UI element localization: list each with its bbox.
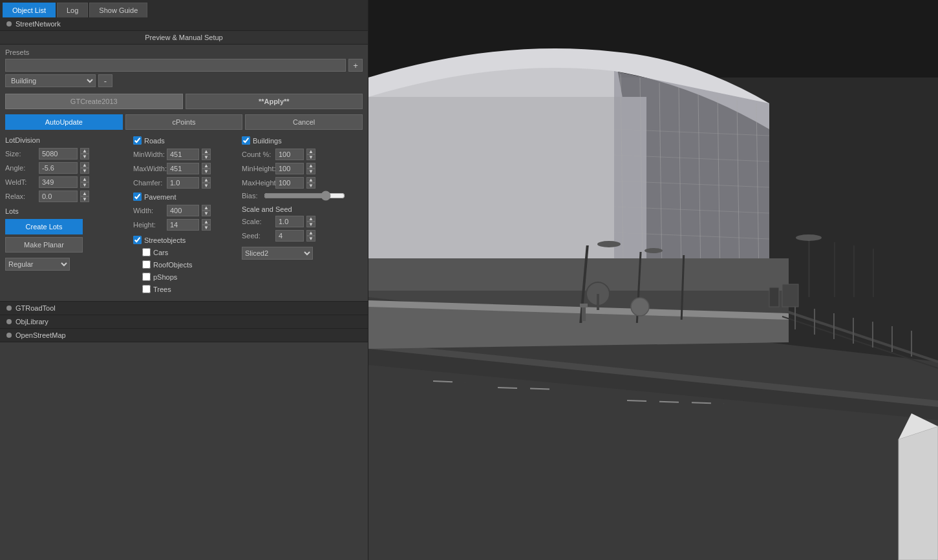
chamfer-up[interactable]: ▲ (202, 177, 211, 183)
max-width-down[interactable]: ▼ (202, 169, 211, 174)
tab-show-guide[interactable]: Show Guide (89, 3, 147, 17)
svg-rect-36 (873, 249, 874, 297)
max-height-down[interactable]: ▼ (306, 183, 315, 189)
make-planar-button[interactable]: Make Planar (5, 237, 83, 253)
gtroad-header[interactable]: GTRoadTool (0, 302, 368, 315)
seed-row: Seed: ▲ ▼ (242, 230, 345, 242)
create-lots-button[interactable]: Create Lots (5, 219, 83, 234)
autoupdate-button[interactable]: AutoUpdate (5, 114, 123, 130)
pave-height-input[interactable] (167, 219, 199, 231)
angle-label: Angle: (5, 164, 36, 172)
angle-down[interactable]: ▼ (80, 168, 89, 174)
pave-height-up[interactable]: ▲ (202, 219, 211, 225)
dpoints-button[interactable]: cPoints (125, 114, 243, 130)
relax-spinner: ▲ ▼ (80, 191, 89, 202)
scale-up[interactable]: ▲ (306, 216, 315, 222)
seed-input[interactable] (275, 230, 304, 242)
min-width-up[interactable]: ▲ (202, 149, 211, 154)
roof-objects-checkbox[interactable] (142, 260, 151, 269)
relax-input[interactable] (39, 191, 78, 202)
pavement-label: Pavement (144, 193, 176, 201)
scale-down[interactable]: ▼ (306, 222, 315, 227)
pshops-checkbox[interactable] (142, 273, 151, 281)
max-height-up[interactable]: ▲ (306, 177, 315, 183)
sliced-dropdown-row: Sliced2 Sliced1 None (242, 247, 345, 260)
presets-remove-button[interactable]: - (98, 74, 112, 87)
open-street-map-dot (6, 333, 12, 338)
lot-type-dropdown-row: Regular Irregular (5, 258, 128, 271)
obj-library-header[interactable]: ObjLibrary (0, 315, 368, 329)
scale-seed-title: Scale and Seed (242, 205, 345, 213)
min-width-input[interactable] (167, 149, 199, 160)
bias-slider[interactable] (264, 191, 345, 200)
lot-type-dropdown[interactable]: Regular Irregular (5, 258, 70, 271)
max-width-up[interactable]: ▲ (202, 163, 211, 169)
pave-height-down[interactable]: ▼ (202, 225, 211, 231)
chamfer-input[interactable] (167, 177, 199, 189)
svg-point-50 (631, 298, 649, 316)
roads-section: Roads MinWidth: ▲ ▼ MaxWidth: ▲ ▼ Cha (133, 136, 237, 297)
sliced-dropdown[interactable]: Sliced2 Sliced1 None (242, 247, 313, 260)
weldt-down[interactable]: ▼ (80, 182, 89, 188)
seed-down[interactable]: ▼ (306, 236, 315, 242)
cars-checkbox[interactable] (142, 248, 151, 256)
scale-input[interactable] (275, 216, 304, 227)
trees-checkbox[interactable] (142, 285, 151, 293)
lots-title: Lots (5, 207, 128, 215)
pavement-checkbox[interactable] (133, 192, 142, 201)
streetobjects-checkbox[interactable] (133, 236, 142, 244)
min-width-down[interactable]: ▼ (202, 154, 211, 160)
size-input[interactable] (39, 148, 78, 160)
presets-input[interactable] (5, 59, 346, 72)
seed-up[interactable]: ▲ (306, 230, 315, 236)
buildings-checkbox[interactable] (242, 136, 250, 145)
angle-input[interactable] (39, 162, 78, 174)
tab-log[interactable]: Log (57, 3, 88, 17)
roof-objects-checkbox-row: RoofObjects (133, 260, 237, 269)
viewport-3d-panel[interactable] (368, 0, 938, 560)
gt-create-button[interactable]: GTCreate2013 (5, 94, 183, 109)
presets-section: Presets + Building City Suburb - (0, 45, 368, 91)
pave-width-up[interactable]: ▲ (202, 205, 211, 211)
bottom-sections: GTRoadTool ObjLibrary OpenStreetMap (0, 301, 368, 342)
streetobjects-label: Streetobjects (144, 236, 186, 244)
min-height-down[interactable]: ▼ (306, 169, 315, 174)
pave-width-down[interactable]: ▼ (202, 211, 211, 216)
presets-add-button[interactable]: + (348, 59, 363, 72)
count-pct-up[interactable]: ▲ (306, 149, 315, 154)
pave-height-row: Height: ▲ ▼ (133, 219, 237, 231)
pave-width-input[interactable] (167, 205, 199, 216)
obj-library-dot (6, 319, 12, 324)
apply-button[interactable]: **Apply** (186, 94, 363, 109)
size-down[interactable]: ▼ (80, 154, 89, 160)
relax-down[interactable]: ▼ (80, 196, 89, 202)
max-height-input[interactable] (275, 177, 304, 189)
street-network-header[interactable]: StreetNetwork (0, 17, 368, 31)
street-objects-section: Streetobjects Cars RoofObjects pShops Tr… (133, 236, 237, 293)
angle-up[interactable]: ▲ (80, 162, 89, 168)
presets-type-dropdown[interactable]: Building City Suburb (5, 74, 96, 87)
max-height-label: MaxHeight: (242, 179, 273, 187)
chamfer-down[interactable]: ▼ (202, 183, 211, 189)
cars-checkbox-row: Cars (133, 248, 237, 256)
weldt-input[interactable] (39, 176, 78, 188)
max-width-input[interactable] (167, 163, 199, 174)
angle-row: Angle: ▲ ▼ (5, 162, 128, 174)
roads-checkbox[interactable] (133, 136, 142, 145)
cancel-button[interactable]: Cancel (245, 114, 363, 130)
obj-library-label: ObjLibrary (16, 318, 48, 326)
count-pct-down[interactable]: ▼ (306, 154, 315, 160)
count-pct-input[interactable] (275, 149, 304, 160)
relax-up[interactable]: ▲ (80, 191, 89, 196)
weldt-up[interactable]: ▲ (80, 176, 89, 182)
open-street-map-header[interactable]: OpenStreetMap (0, 329, 368, 342)
svg-rect-32 (808, 239, 810, 297)
tab-object-list[interactable]: Object List (3, 3, 56, 17)
size-up[interactable]: ▲ (80, 148, 89, 154)
min-height-input[interactable] (275, 163, 304, 174)
chamfer-label: Chamfer: (133, 179, 164, 187)
min-width-row: MinWidth: ▲ ▼ (133, 149, 237, 160)
min-height-up[interactable]: ▲ (306, 163, 315, 169)
seed-label: Seed: (242, 232, 273, 240)
max-height-spinner: ▲ ▼ (306, 177, 315, 189)
